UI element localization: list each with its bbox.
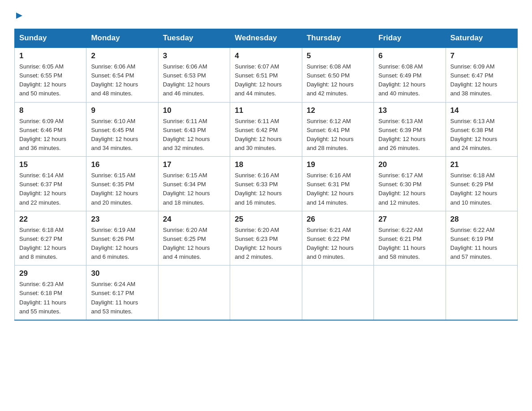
calendar-cell [446, 265, 517, 320]
logo-arrow-icon [14, 11, 24, 21]
day-number: 20 [378, 160, 441, 169]
day-info: Sunrise: 6:08 AMSunset: 6:49 PMDaylight:… [378, 62, 441, 98]
day-number: 15 [19, 160, 82, 169]
day-info: Sunrise: 6:21 AMSunset: 6:22 PMDaylight:… [307, 226, 369, 262]
page-header [14, 11, 518, 21]
calendar-cell [230, 265, 302, 320]
day-info: Sunrise: 6:06 AMSunset: 6:53 PMDaylight:… [163, 62, 225, 98]
day-number: 18 [235, 160, 297, 169]
calendar-cell: 18Sunrise: 6:16 AMSunset: 6:33 PMDayligh… [230, 157, 302, 211]
day-info: Sunrise: 6:18 AMSunset: 6:29 PMDaylight:… [450, 171, 513, 207]
day-number: 11 [235, 106, 297, 115]
week-row-2: 8Sunrise: 6:09 AMSunset: 6:46 PMDaylight… [15, 102, 518, 157]
week-row-5: 29Sunrise: 6:23 AMSunset: 6:18 PMDayligh… [15, 265, 518, 320]
calendar-cell: 28Sunrise: 6:22 AMSunset: 6:19 PMDayligh… [446, 211, 517, 265]
day-number: 7 [450, 51, 513, 60]
header-cell-tuesday: Tuesday [158, 29, 230, 48]
calendar-cell: 14Sunrise: 6:13 AMSunset: 6:38 PMDayligh… [446, 102, 517, 157]
day-number: 14 [450, 106, 513, 115]
calendar-cell [158, 265, 230, 320]
day-info: Sunrise: 6:06 AMSunset: 6:54 PMDaylight:… [91, 62, 153, 98]
day-info: Sunrise: 6:10 AMSunset: 6:45 PMDaylight:… [91, 117, 153, 153]
calendar-cell: 15Sunrise: 6:14 AMSunset: 6:37 PMDayligh… [15, 157, 86, 211]
day-info: Sunrise: 6:07 AMSunset: 6:51 PMDaylight:… [235, 62, 297, 98]
day-number: 23 [91, 215, 153, 224]
calendar-cell: 5Sunrise: 6:08 AMSunset: 6:50 PMDaylight… [302, 47, 373, 102]
header-row: SundayMondayTuesdayWednesdayThursdayFrid… [15, 29, 518, 48]
calendar-cell: 3Sunrise: 6:06 AMSunset: 6:53 PMDaylight… [158, 47, 230, 102]
calendar-cell: 26Sunrise: 6:21 AMSunset: 6:22 PMDayligh… [302, 211, 373, 265]
calendar-cell: 25Sunrise: 6:20 AMSunset: 6:23 PMDayligh… [230, 211, 302, 265]
day-info: Sunrise: 6:13 AMSunset: 6:39 PMDaylight:… [378, 117, 441, 153]
day-number: 6 [378, 51, 441, 60]
day-info: Sunrise: 6:16 AMSunset: 6:33 PMDaylight:… [235, 171, 297, 207]
day-info: Sunrise: 6:14 AMSunset: 6:37 PMDaylight:… [19, 171, 82, 207]
day-number: 8 [19, 106, 82, 115]
day-info: Sunrise: 6:17 AMSunset: 6:30 PMDaylight:… [378, 171, 441, 207]
calendar-cell: 10Sunrise: 6:11 AMSunset: 6:43 PMDayligh… [158, 102, 230, 157]
calendar-cell: 24Sunrise: 6:20 AMSunset: 6:25 PMDayligh… [158, 211, 230, 265]
header-cell-thursday: Thursday [302, 29, 373, 48]
week-row-4: 22Sunrise: 6:18 AMSunset: 6:27 PMDayligh… [15, 211, 518, 265]
calendar-cell: 29Sunrise: 6:23 AMSunset: 6:18 PMDayligh… [15, 265, 86, 320]
week-row-3: 15Sunrise: 6:14 AMSunset: 6:37 PMDayligh… [15, 157, 518, 211]
day-info: Sunrise: 6:12 AMSunset: 6:41 PMDaylight:… [307, 117, 369, 153]
day-number: 12 [307, 106, 369, 115]
day-info: Sunrise: 6:13 AMSunset: 6:38 PMDaylight:… [450, 117, 513, 153]
calendar-cell: 20Sunrise: 6:17 AMSunset: 6:30 PMDayligh… [374, 157, 446, 211]
day-info: Sunrise: 6:16 AMSunset: 6:31 PMDaylight:… [307, 171, 369, 207]
day-info: Sunrise: 6:24 AMSunset: 6:17 PMDaylight:… [91, 280, 153, 316]
header-cell-wednesday: Wednesday [230, 29, 302, 48]
day-info: Sunrise: 6:15 AMSunset: 6:34 PMDaylight:… [163, 171, 225, 207]
day-number: 30 [91, 269, 153, 278]
calendar-cell: 9Sunrise: 6:10 AMSunset: 6:45 PMDaylight… [86, 102, 158, 157]
day-info: Sunrise: 6:11 AMSunset: 6:43 PMDaylight:… [163, 117, 225, 153]
day-info: Sunrise: 6:20 AMSunset: 6:23 PMDaylight:… [235, 226, 297, 262]
calendar-cell: 8Sunrise: 6:09 AMSunset: 6:46 PMDaylight… [15, 102, 86, 157]
calendar-cell: 30Sunrise: 6:24 AMSunset: 6:17 PMDayligh… [86, 265, 158, 320]
day-info: Sunrise: 6:22 AMSunset: 6:19 PMDaylight:… [450, 226, 513, 262]
day-info: Sunrise: 6:19 AMSunset: 6:26 PMDaylight:… [91, 226, 153, 262]
calendar-cell: 12Sunrise: 6:12 AMSunset: 6:41 PMDayligh… [302, 102, 373, 157]
calendar-cell [302, 265, 373, 320]
calendar-cell: 22Sunrise: 6:18 AMSunset: 6:27 PMDayligh… [15, 211, 86, 265]
day-info: Sunrise: 6:20 AMSunset: 6:25 PMDaylight:… [163, 226, 225, 262]
calendar-header: SundayMondayTuesdayWednesdayThursdayFrid… [15, 29, 518, 48]
day-number: 26 [307, 215, 369, 224]
day-number: 29 [19, 269, 82, 278]
day-info: Sunrise: 6:11 AMSunset: 6:42 PMDaylight:… [235, 117, 297, 153]
svg-marker-0 [16, 13, 22, 19]
day-number: 22 [19, 215, 82, 224]
day-info: Sunrise: 6:15 AMSunset: 6:35 PMDaylight:… [91, 171, 153, 207]
day-number: 24 [163, 215, 225, 224]
day-number: 5 [307, 51, 369, 60]
week-row-1: 1Sunrise: 6:05 AMSunset: 6:55 PMDaylight… [15, 47, 518, 102]
calendar-cell: 16Sunrise: 6:15 AMSunset: 6:35 PMDayligh… [86, 157, 158, 211]
calendar-table: SundayMondayTuesdayWednesdayThursdayFrid… [14, 29, 518, 321]
calendar-cell: 21Sunrise: 6:18 AMSunset: 6:29 PMDayligh… [446, 157, 517, 211]
day-number: 21 [450, 160, 513, 169]
day-info: Sunrise: 6:09 AMSunset: 6:47 PMDaylight:… [450, 62, 513, 98]
day-info: Sunrise: 6:23 AMSunset: 6:18 PMDaylight:… [19, 280, 82, 316]
calendar-cell: 19Sunrise: 6:16 AMSunset: 6:31 PMDayligh… [302, 157, 373, 211]
calendar-cell: 11Sunrise: 6:11 AMSunset: 6:42 PMDayligh… [230, 102, 302, 157]
calendar-cell: 23Sunrise: 6:19 AMSunset: 6:26 PMDayligh… [86, 211, 158, 265]
day-number: 1 [19, 51, 82, 60]
calendar-cell: 13Sunrise: 6:13 AMSunset: 6:39 PMDayligh… [374, 102, 446, 157]
header-cell-saturday: Saturday [446, 29, 517, 48]
day-number: 19 [307, 160, 369, 169]
day-info: Sunrise: 6:09 AMSunset: 6:46 PMDaylight:… [19, 117, 82, 153]
day-info: Sunrise: 6:18 AMSunset: 6:27 PMDaylight:… [19, 226, 82, 262]
calendar-cell: 4Sunrise: 6:07 AMSunset: 6:51 PMDaylight… [230, 47, 302, 102]
day-number: 2 [91, 51, 153, 60]
calendar-body: 1Sunrise: 6:05 AMSunset: 6:55 PMDaylight… [15, 47, 518, 320]
day-number: 13 [378, 106, 441, 115]
day-info: Sunrise: 6:22 AMSunset: 6:21 PMDaylight:… [378, 226, 441, 262]
calendar-cell: 27Sunrise: 6:22 AMSunset: 6:21 PMDayligh… [374, 211, 446, 265]
day-number: 16 [91, 160, 153, 169]
header-cell-monday: Monday [86, 29, 158, 48]
day-number: 27 [378, 215, 441, 224]
day-number: 3 [163, 51, 225, 60]
calendar-cell: 17Sunrise: 6:15 AMSunset: 6:34 PMDayligh… [158, 157, 230, 211]
logo [14, 11, 24, 21]
